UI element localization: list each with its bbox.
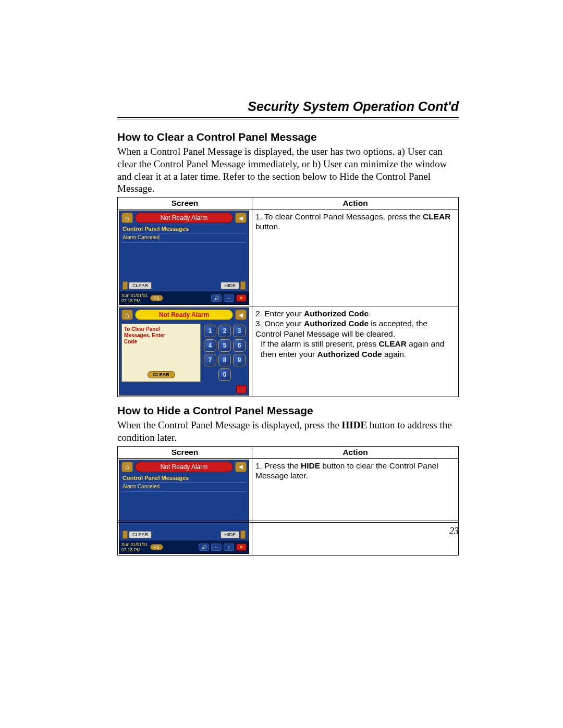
key-7[interactable]: 7 (204, 354, 216, 366)
step-number: 1. (255, 461, 264, 470)
section2-heading: How to Hide a Control Panel Message (117, 404, 459, 417)
key-2[interactable]: 2 (218, 325, 231, 337)
clear-button[interactable]: CLEAR (148, 371, 175, 378)
status-icon[interactable]: 🔊 (211, 294, 222, 302)
back-icon[interactable]: ◄ (235, 462, 247, 472)
section2-intro: When the Control Panel Message is displa… (117, 419, 459, 444)
section1-intro: When a Control Panel Message is displaye… (117, 145, 459, 195)
status-icon[interactable]: 🔊 (199, 544, 209, 551)
left-tab-icon[interactable] (123, 281, 128, 290)
keypad-body: To Clear Panel Messages, Enter Code CLEA… (119, 322, 249, 384)
alert-icon[interactable]: ✷ (236, 544, 247, 551)
status-icon[interactable]: ↔ (211, 544, 222, 551)
status-time: 07:18 PM (121, 547, 148, 552)
clear-row: CLEAR (124, 371, 198, 377)
col-action: Action (252, 198, 459, 209)
prompt-line: Code (124, 339, 198, 345)
device-screenshot-b: ⌂ Not Ready Alarm ◄ To Clear Panel Messa… (119, 307, 249, 396)
status-datetime: Sun 01/01/01 07:18 PM (121, 542, 148, 552)
right-tab-icon[interactable] (240, 281, 246, 290)
status-bar: Sun 01/01/01 07:18 PM P1 🔊 ↔ i ✷ (119, 540, 249, 553)
back-icon[interactable]: ◄ (235, 310, 247, 320)
text: Enter your (264, 309, 304, 318)
text: Once your (264, 319, 304, 328)
panel-subtitle: Control Panel Messages (119, 474, 249, 481)
text: again. (382, 350, 407, 359)
partition-pill[interactable]: P1 (150, 544, 163, 550)
alert-icon[interactable] (236, 385, 247, 393)
clear-button[interactable]: CLEAR (129, 282, 152, 289)
keypad: 1 2 3 4 5 6 7 8 9 0 (203, 324, 247, 382)
action-cell-3: 1. Press the HIDE button to clear the Co… (252, 458, 459, 555)
bold-text: CLEAR (379, 339, 407, 348)
section1-heading: How to Clear a Control Panel Message (117, 131, 459, 143)
text: Press the (264, 461, 301, 470)
text: To clear Control Panel Messages, press t… (264, 212, 423, 221)
status-bar (119, 384, 249, 395)
bold-text: HIDE (342, 419, 368, 430)
section2-table: Screen Action ⌂ Not Ready Alarm ◄ Contro… (117, 446, 459, 556)
bold-text: HIDE (301, 461, 320, 470)
screen-cell-2: ⌂ Not Ready Alarm ◄ To Clear Panel Messa… (118, 306, 252, 397)
prompt-line: To Clear Panel (124, 326, 198, 332)
status-time: 07:18 PM (121, 298, 148, 303)
key-0[interactable]: 0 (218, 368, 231, 381)
bold-text: Authorized Code (304, 309, 369, 318)
device-screenshot-c: ⌂ Not Ready Alarm ◄ Control Panel Messag… (119, 460, 249, 554)
key-3[interactable]: 3 (233, 325, 246, 337)
status-bar: Sun 01/01/01 07:18 PM P1 🔊 ↔ ✷ (119, 291, 249, 304)
key-6[interactable]: 6 (233, 339, 246, 352)
bold-text: Authorized Code (304, 319, 369, 328)
action-cell-1: 1. To clear Control Panel Messages, pres… (252, 209, 459, 306)
col-screen: Screen (118, 446, 252, 458)
col-action: Action (252, 446, 459, 458)
screen-cell-3: ⌂ Not Ready Alarm ◄ Control Panel Messag… (118, 458, 252, 555)
page-number: 23 (449, 526, 459, 536)
panel-body (119, 244, 249, 280)
hide-button[interactable]: HIDE (221, 282, 239, 289)
home-icon[interactable]: ⌂ (121, 213, 133, 223)
alert-icon[interactable]: ✷ (236, 294, 247, 302)
divider (123, 482, 246, 483)
page-title: Security System Operation Cont'd (117, 99, 459, 119)
home-icon[interactable]: ⌂ (121, 462, 133, 472)
status-date: Sun 01/01/01 (121, 542, 148, 547)
text: button. (255, 222, 280, 231)
device-screenshot-a: ⌂ Not Ready Alarm ◄ Control Panel Messag… (119, 211, 249, 305)
status-icon[interactable]: ↔ (224, 294, 234, 302)
panel-buttons: CLEAR HIDE (119, 280, 249, 291)
panel-message: Alarm Canceled (119, 235, 249, 241)
status-banner: Not Ready Alarm (135, 213, 233, 223)
screen-cell-1: ⌂ Not Ready Alarm ◄ Control Panel Messag… (118, 209, 252, 306)
prompt-line: Messages, Enter (124, 332, 198, 339)
page-footer: 23 (117, 521, 459, 537)
partition-pill[interactable]: P1 (150, 295, 163, 301)
section1-table: Screen Action ⌂ Not Ready Alarm ◄ Contro… (117, 197, 459, 397)
key-4[interactable]: 4 (204, 339, 216, 352)
message-pane: To Clear Panel Messages, Enter Code CLEA… (121, 324, 201, 382)
action-cell-2: 2. Enter your Authorized Code. 3. Once y… (252, 306, 459, 397)
key-5[interactable]: 5 (218, 339, 231, 352)
bold-text: Authorized Code (317, 350, 382, 359)
home-icon[interactable]: ⌂ (121, 310, 133, 320)
back-icon[interactable]: ◄ (235, 213, 247, 223)
status-banner: Not Ready Alarm (135, 462, 233, 472)
key-1[interactable]: 1 (204, 325, 216, 337)
status-datetime: Sun 01/01/01 07:18 PM (121, 293, 148, 303)
info-icon[interactable]: i (224, 544, 234, 551)
divider (123, 242, 246, 243)
key-8[interactable]: 8 (218, 354, 231, 366)
device-header: ⌂ Not Ready Alarm ◄ (119, 211, 249, 225)
bold-text: CLEAR (423, 212, 450, 221)
status-date: Sun 01/01/01 (121, 293, 148, 298)
panel-subtitle: Control Panel Messages (119, 225, 249, 232)
step-number: 2. (255, 309, 264, 318)
panel-message: Alarm Canceled (119, 484, 249, 490)
step-number: 1. (255, 212, 264, 221)
divider (123, 233, 246, 233)
text: When the Control Panel Message is displa… (117, 419, 342, 430)
text: . (369, 309, 371, 318)
col-screen: Screen (118, 198, 252, 209)
step-number: 3. (255, 319, 264, 328)
key-9[interactable]: 9 (233, 354, 246, 366)
